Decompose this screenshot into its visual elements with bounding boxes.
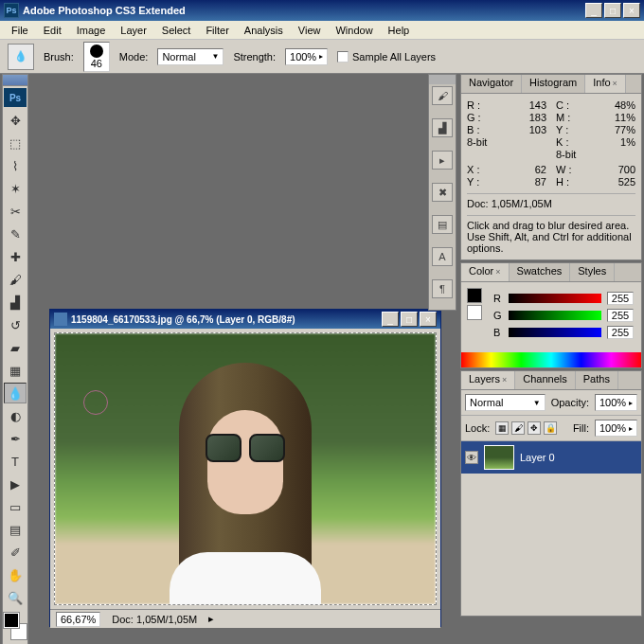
opacity-input[interactable]: 100%▸ [595, 394, 637, 411]
lock-label: Lock: [465, 422, 490, 434]
strength-select[interactable]: 100% ▸ [285, 48, 328, 65]
dock-clone-icon[interactable]: ▟ [432, 118, 453, 137]
spectrum-picker[interactable] [461, 352, 641, 367]
visibility-eye-icon[interactable]: 👁 [465, 451, 478, 464]
dock-character-icon[interactable]: A [432, 247, 453, 266]
eraser-tool[interactable]: ▰ [4, 337, 27, 358]
close-icon[interactable]: × [613, 79, 617, 88]
menu-layer[interactable]: Layer [113, 23, 154, 38]
menu-filter[interactable]: Filter [198, 23, 236, 38]
stamp-tool[interactable]: ▟ [4, 292, 27, 313]
shape-tool[interactable]: ▭ [4, 496, 27, 517]
blur-tool[interactable]: 💧 [4, 383, 27, 403]
tab-info[interactable]: Info× [585, 75, 626, 93]
mode-select[interactable]: Normal ▼ [157, 48, 224, 65]
sample-all-label: Sample All Layers [352, 51, 436, 63]
dock-layercomps-icon[interactable]: ✖ [432, 183, 453, 202]
brush-tool[interactable]: 🖌 [4, 269, 27, 290]
tab-histogram[interactable]: Histogram [522, 75, 585, 93]
maximize-button[interactable]: □ [604, 3, 621, 18]
lock-all-icon[interactable]: 🔒 [544, 421, 557, 435]
color-swatch-picker[interactable] [467, 288, 482, 343]
menu-window[interactable]: Window [328, 23, 380, 38]
doc-minimize-button[interactable]: _ [382, 312, 399, 327]
toolbox-header[interactable] [3, 75, 27, 86]
foreground-color-swatch[interactable] [4, 613, 19, 628]
lasso-tool[interactable]: ⌇ [4, 155, 27, 176]
lock-transparency-icon[interactable]: ▦ [495, 421, 509, 435]
type-tool[interactable]: T [4, 451, 27, 472]
pen-tool[interactable]: ✒ [4, 428, 27, 449]
blend-value: Normal [470, 397, 503, 408]
eyedropper-tool[interactable]: ✐ [4, 542, 27, 563]
notes-tool[interactable]: ▤ [4, 519, 27, 540]
doc-maximize-button[interactable]: □ [401, 312, 418, 327]
sample-all-layers-checkbox[interactable]: Sample All Layers [337, 51, 436, 63]
red-slider[interactable] [509, 294, 601, 303]
red-value[interactable]: 255 [607, 292, 634, 305]
tab-styles[interactable]: Styles [570, 263, 615, 281]
close-button[interactable]: × [623, 3, 640, 18]
tab-paths[interactable]: Paths [576, 371, 618, 389]
dock-paragraph-icon[interactable]: ¶ [432, 279, 453, 298]
menu-select[interactable]: Select [154, 23, 199, 38]
menubar: File Edit Image Layer Select Filter Anal… [0, 21, 644, 40]
menu-view[interactable]: View [291, 23, 329, 38]
slice-tool[interactable]: ✎ [4, 224, 27, 244]
layer-row[interactable]: 👁 Layer 0 [461, 441, 641, 474]
color-swatches[interactable] [4, 613, 27, 639]
lock-pixels-icon[interactable]: 🖌 [511, 421, 525, 435]
green-slider[interactable] [509, 311, 601, 320]
crop-tool[interactable]: ✂ [4, 201, 27, 222]
info-y: 77% [615, 124, 635, 135]
menu-file[interactable]: File [4, 23, 36, 38]
history-brush-tool[interactable]: ↺ [4, 314, 27, 335]
info-panel: Navigator Histogram Info× R :143 G :183 … [460, 74, 642, 260]
document-titlebar[interactable]: 1159804_66170533.jpg @ 66,7% (Layer 0, R… [50, 310, 440, 329]
gradient-tool[interactable]: ▦ [4, 360, 27, 381]
chevron-down-icon: ▸ [319, 52, 323, 61]
minimize-button[interactable]: _ [585, 3, 602, 18]
menu-help[interactable]: Help [381, 23, 418, 38]
dock-toolpresets-icon[interactable]: ▸ [432, 151, 453, 170]
tab-color[interactable]: Color× [461, 263, 510, 281]
lock-position-icon[interactable]: ✥ [528, 421, 541, 435]
menu-edit[interactable]: Edit [36, 23, 69, 38]
blue-value[interactable]: 255 [607, 326, 634, 339]
zoom-field[interactable]: 66,67% [56, 612, 100, 627]
doc-close-button[interactable]: × [420, 312, 437, 327]
mode-value: Normal [162, 51, 195, 63]
document-title: 1159804_66170533.jpg @ 66,7% (Layer 0, R… [71, 314, 382, 325]
tab-channels[interactable]: Channels [515, 371, 575, 389]
close-icon[interactable]: × [495, 267, 500, 277]
dock-actions-icon[interactable]: ▤ [432, 215, 453, 234]
current-tool-icon[interactable]: 💧 [8, 44, 34, 70]
menu-analysis[interactable]: Analysis [237, 23, 291, 38]
status-chevron-icon[interactable]: ▸ [208, 613, 214, 625]
dock-strip: 🖌 ▟ ▸ ✖ ▤ A ¶ [428, 74, 456, 311]
brush-label: Brush: [44, 51, 74, 63]
layer-thumbnail[interactable] [484, 445, 514, 470]
chevron-down-icon: ▼ [211, 52, 219, 61]
zoom-tool[interactable]: 🔍 [4, 587, 27, 608]
close-icon[interactable]: × [502, 375, 507, 385]
healing-tool[interactable]: ✚ [4, 246, 27, 267]
info-h: 525 [618, 176, 635, 188]
fill-input[interactable]: 100%▸ [595, 420, 637, 437]
menu-image[interactable]: Image [69, 23, 114, 38]
hand-tool[interactable]: ✋ [4, 564, 27, 585]
dock-brushes-icon[interactable]: 🖌 [432, 86, 453, 105]
blue-slider[interactable] [509, 328, 601, 337]
green-value[interactable]: 255 [607, 309, 634, 322]
blend-mode-select[interactable]: Normal ▼ [465, 394, 546, 411]
tab-layers[interactable]: Layers× [461, 371, 515, 389]
dodge-tool[interactable]: ◐ [4, 405, 27, 426]
tab-swatches[interactable]: Swatches [510, 263, 571, 281]
document-canvas[interactable] [54, 332, 437, 605]
quick-select-tool[interactable]: ✶ [4, 178, 27, 199]
brush-preset-picker[interactable]: 46 [83, 42, 110, 72]
marquee-tool[interactable]: ⬚ [4, 133, 27, 153]
move-tool[interactable]: ✥ [4, 110, 27, 131]
tab-navigator[interactable]: Navigator [461, 75, 522, 93]
path-select-tool[interactable]: ▶ [4, 474, 27, 494]
